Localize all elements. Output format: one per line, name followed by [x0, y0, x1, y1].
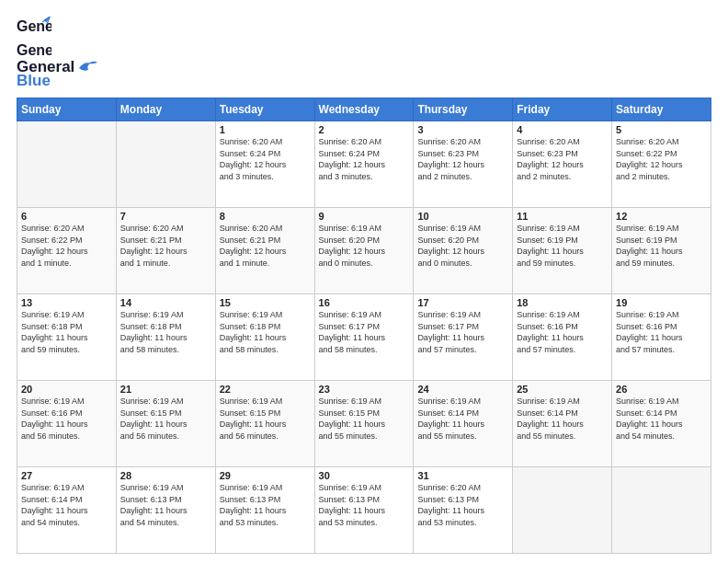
day-info: Sunrise: 6:20 AM Sunset: 6:21 PM Dayligh… [120, 223, 211, 269]
day-number: 16 [319, 297, 410, 308]
day-number: 15 [220, 297, 311, 308]
calendar-cell: 30Sunrise: 6:19 AM Sunset: 6:13 PM Dayli… [314, 467, 414, 554]
calendar-cell: 28Sunrise: 6:19 AM Sunset: 6:13 PM Dayli… [116, 467, 215, 554]
day-info: Sunrise: 6:19 AM Sunset: 6:18 PM Dayligh… [21, 309, 112, 355]
week-row-1: 1Sunrise: 6:20 AM Sunset: 6:24 PM Daylig… [17, 121, 711, 208]
calendar-cell: 15Sunrise: 6:19 AM Sunset: 6:18 PM Dayli… [215, 294, 314, 381]
calendar-cell: 9Sunrise: 6:19 AM Sunset: 6:20 PM Daylig… [314, 208, 414, 294]
calendar-cell: 2Sunrise: 6:20 AM Sunset: 6:24 PM Daylig… [314, 121, 414, 208]
day-info: Sunrise: 6:19 AM Sunset: 6:14 PM Dayligh… [417, 396, 508, 442]
logo-bird-icon: General [17, 42, 51, 59]
calendar-cell: 21Sunrise: 6:19 AM Sunset: 6:15 PM Dayli… [116, 381, 215, 467]
logo: General General General Blue [17, 17, 97, 88]
calendar-cell: 17Sunrise: 6:19 AM Sunset: 6:17 PM Dayli… [414, 294, 513, 381]
calendar-cell: 27Sunrise: 6:19 AM Sunset: 6:14 PM Dayli… [17, 467, 117, 554]
day-info: Sunrise: 6:19 AM Sunset: 6:18 PM Dayligh… [220, 309, 311, 355]
day-info: Sunrise: 6:19 AM Sunset: 6:15 PM Dayligh… [220, 396, 311, 442]
week-row-4: 20Sunrise: 6:19 AM Sunset: 6:16 PM Dayli… [17, 381, 711, 467]
day-header-sunday: Sunday [17, 98, 117, 121]
svg-text:General: General [17, 42, 51, 58]
calendar-cell: 11Sunrise: 6:19 AM Sunset: 6:19 PM Dayli… [513, 208, 612, 294]
calendar-table: SundayMondayTuesdayWednesdayThursdayFrid… [17, 98, 711, 554]
day-info: Sunrise: 6:19 AM Sunset: 6:15 PM Dayligh… [319, 396, 410, 442]
day-number: 5 [616, 124, 707, 135]
calendar-cell: 18Sunrise: 6:19 AM Sunset: 6:16 PM Dayli… [513, 294, 612, 381]
day-number: 14 [120, 297, 211, 308]
day-number: 3 [417, 124, 508, 135]
day-info: Sunrise: 6:20 AM Sunset: 6:24 PM Dayligh… [319, 136, 410, 182]
week-row-3: 13Sunrise: 6:19 AM Sunset: 6:18 PM Dayli… [17, 294, 711, 381]
day-number: 30 [319, 470, 410, 481]
calendar-cell: 10Sunrise: 6:19 AM Sunset: 6:20 PM Dayli… [414, 208, 513, 294]
calendar-cell [17, 121, 117, 208]
day-number: 11 [517, 211, 608, 222]
day-number: 13 [21, 297, 112, 308]
logo-blue: Blue [17, 73, 74, 88]
calendar-cell: 26Sunrise: 6:19 AM Sunset: 6:14 PM Dayli… [612, 381, 711, 467]
day-header-monday: Monday [116, 98, 215, 121]
logo-icon: General [17, 17, 51, 44]
day-number: 1 [220, 124, 311, 135]
day-number: 22 [220, 384, 311, 395]
day-number: 17 [417, 297, 508, 308]
calendar-cell: 19Sunrise: 6:19 AM Sunset: 6:16 PM Dayli… [612, 294, 711, 381]
day-info: Sunrise: 6:19 AM Sunset: 6:13 PM Dayligh… [220, 482, 311, 528]
calendar-cell [612, 467, 711, 554]
day-number: 4 [517, 124, 608, 135]
day-info: Sunrise: 6:19 AM Sunset: 6:18 PM Dayligh… [120, 309, 211, 355]
page: General General General Blue [0, 0, 728, 563]
day-header-wednesday: Wednesday [314, 98, 414, 121]
header: General General General Blue [17, 17, 711, 88]
calendar-cell: 13Sunrise: 6:19 AM Sunset: 6:18 PM Dayli… [17, 294, 117, 381]
calendar-cell: 16Sunrise: 6:19 AM Sunset: 6:17 PM Dayli… [314, 294, 414, 381]
day-number: 19 [616, 297, 707, 308]
day-info: Sunrise: 6:19 AM Sunset: 6:13 PM Dayligh… [319, 482, 410, 528]
day-number: 7 [120, 211, 211, 222]
calendar-cell: 14Sunrise: 6:19 AM Sunset: 6:18 PM Dayli… [116, 294, 215, 381]
calendar-cell: 25Sunrise: 6:19 AM Sunset: 6:14 PM Dayli… [513, 381, 612, 467]
calendar-cell: 20Sunrise: 6:19 AM Sunset: 6:16 PM Dayli… [17, 381, 117, 467]
day-info: Sunrise: 6:20 AM Sunset: 6:23 PM Dayligh… [417, 136, 508, 182]
day-number: 8 [220, 211, 311, 222]
day-number: 31 [417, 470, 508, 481]
day-info: Sunrise: 6:19 AM Sunset: 6:14 PM Dayligh… [517, 396, 608, 442]
calendar-cell [116, 121, 215, 208]
calendar-cell [513, 467, 612, 554]
day-number: 26 [616, 384, 707, 395]
day-info: Sunrise: 6:20 AM Sunset: 6:13 PM Dayligh… [417, 482, 508, 528]
day-number: 25 [517, 384, 608, 395]
calendar-cell: 29Sunrise: 6:19 AM Sunset: 6:13 PM Dayli… [215, 467, 314, 554]
day-number: 10 [417, 211, 508, 222]
day-header-thursday: Thursday [414, 98, 513, 121]
day-number: 21 [120, 384, 211, 395]
calendar-cell: 31Sunrise: 6:20 AM Sunset: 6:13 PM Dayli… [414, 467, 513, 554]
calendar-cell: 6Sunrise: 6:20 AM Sunset: 6:22 PM Daylig… [17, 208, 117, 294]
day-number: 2 [319, 124, 410, 135]
calendar-cell: 24Sunrise: 6:19 AM Sunset: 6:14 PM Dayli… [414, 381, 513, 467]
day-info: Sunrise: 6:19 AM Sunset: 6:17 PM Dayligh… [417, 309, 508, 355]
day-number: 6 [21, 211, 112, 222]
day-info: Sunrise: 6:19 AM Sunset: 6:14 PM Dayligh… [616, 396, 707, 442]
calendar-header-row: SundayMondayTuesdayWednesdayThursdayFrid… [17, 98, 711, 121]
day-info: Sunrise: 6:19 AM Sunset: 6:19 PM Dayligh… [616, 223, 707, 269]
day-info: Sunrise: 6:20 AM Sunset: 6:24 PM Dayligh… [220, 136, 311, 182]
calendar-cell: 3Sunrise: 6:20 AM Sunset: 6:23 PM Daylig… [414, 121, 513, 208]
day-number: 24 [417, 384, 508, 395]
day-header-saturday: Saturday [612, 98, 711, 121]
day-info: Sunrise: 6:19 AM Sunset: 6:13 PM Dayligh… [120, 482, 211, 528]
day-info: Sunrise: 6:19 AM Sunset: 6:16 PM Dayligh… [616, 309, 707, 355]
day-info: Sunrise: 6:19 AM Sunset: 6:20 PM Dayligh… [417, 223, 508, 269]
calendar-cell: 5Sunrise: 6:20 AM Sunset: 6:22 PM Daylig… [612, 121, 711, 208]
calendar-cell: 12Sunrise: 6:19 AM Sunset: 6:19 PM Dayli… [612, 208, 711, 294]
day-header-tuesday: Tuesday [215, 98, 314, 121]
day-number: 27 [21, 470, 112, 481]
day-number: 9 [319, 211, 410, 222]
day-info: Sunrise: 6:19 AM Sunset: 6:19 PM Dayligh… [517, 223, 608, 269]
day-info: Sunrise: 6:19 AM Sunset: 6:15 PM Dayligh… [120, 396, 211, 442]
day-number: 18 [517, 297, 608, 308]
day-header-friday: Friday [513, 98, 612, 121]
bird-icon [77, 59, 97, 75]
week-row-5: 27Sunrise: 6:19 AM Sunset: 6:14 PM Dayli… [17, 467, 711, 554]
calendar-cell: 4Sunrise: 6:20 AM Sunset: 6:23 PM Daylig… [513, 121, 612, 208]
day-number: 12 [616, 211, 707, 222]
